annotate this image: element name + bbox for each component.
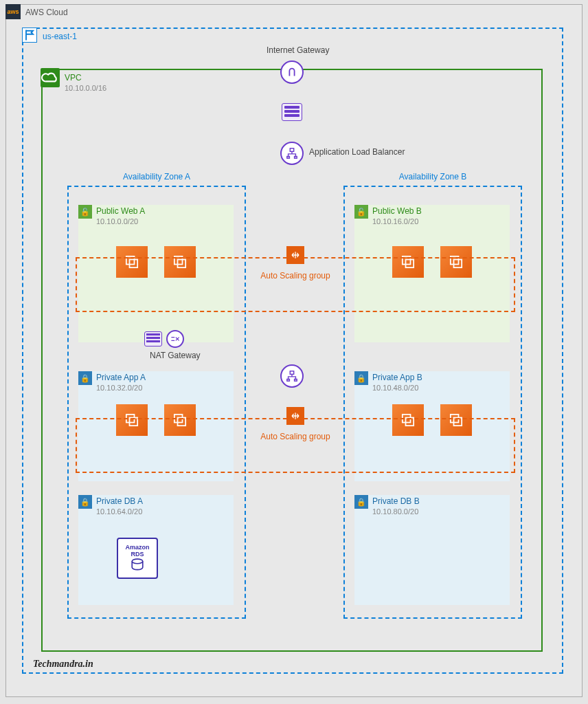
region-name: us-east-1 — [43, 32, 77, 41]
vpc-cidr: 10.10.0.0/16 — [65, 84, 106, 92]
auto-scaling-icon — [286, 407, 304, 425]
lock-icon: 🔒 — [78, 495, 92, 509]
subnet-title: Public Web B — [372, 206, 422, 216]
nat-gateway-label: NAT Gateway — [150, 351, 201, 360]
subnet-cidr: 10.10.32.0/20 — [96, 384, 142, 392]
subnet-private-db-b: 🔒 Private DB B 10.10.80.0/20 — [354, 495, 510, 605]
asg-label: Auto Scaling group — [258, 271, 332, 280]
svg-point-22 — [132, 559, 143, 564]
nat-gateway-icon — [166, 330, 184, 348]
subnet-cidr: 10.10.64.0/20 — [96, 507, 142, 516]
auto-scaling-group-app: Auto Scaling group — [76, 418, 515, 473]
region-flag-icon — [22, 28, 37, 43]
vpc-title: VPC — [65, 73, 82, 82]
subnet-cidr: 10.10.48.0/20 — [372, 384, 418, 392]
alb-label: Application Load Balancer — [309, 147, 405, 157]
subnet-title: Public Web A — [96, 206, 145, 216]
subnet-cidr: 10.10.0.0/20 — [96, 217, 138, 226]
auto-scaling-group-web: Auto Scaling group — [76, 257, 515, 312]
subnet-cidr: 10.10.80.0/20 — [372, 507, 418, 516]
svg-rect-20 — [287, 380, 290, 382]
asg-label: Auto Scaling group — [258, 432, 332, 441]
amazon-rds-icon: AmazonRDS — [117, 538, 158, 579]
lock-icon: 🔒 — [78, 371, 92, 385]
elastic-ip-icon — [144, 331, 162, 346]
internal-load-balancer-icon — [280, 364, 304, 388]
security-group-icon — [282, 103, 302, 121]
svg-rect-19 — [290, 371, 293, 375]
subnet-title: Private DB B — [372, 496, 420, 506]
svg-rect-0 — [290, 148, 293, 152]
lock-icon: 🔒 — [354, 371, 368, 385]
az-a-title: Availability Zone A — [69, 172, 245, 182]
aws-logo-icon: aws — [5, 4, 21, 19]
svg-rect-2 — [295, 157, 297, 159]
svg-rect-1 — [287, 157, 290, 159]
subnet-title: Private App A — [96, 373, 146, 382]
auto-scaling-icon — [286, 246, 304, 264]
internet-gateway-icon — [280, 60, 304, 84]
lock-icon: 🔓 — [354, 205, 368, 219]
subnet-cidr: 10.10.16.0/20 — [372, 217, 418, 226]
aws-cloud-title: AWS Cloud — [25, 8, 68, 17]
az-b-title: Availability Zone B — [345, 172, 521, 182]
lock-icon: 🔒 — [354, 495, 368, 509]
watermark-text: Techmandra.in — [33, 659, 93, 670]
svg-rect-21 — [295, 380, 297, 382]
diagram-canvas: aws AWS Cloud us-east-1 VPC 10.10.0.0/16… — [0, 0, 588, 704]
subnet-title: Private App B — [372, 373, 422, 382]
internet-gateway-label: Internet Gateway — [267, 45, 329, 55]
application-load-balancer-icon — [280, 142, 304, 165]
subnet-title: Private DB A — [96, 496, 143, 506]
vpc-cloud-icon — [41, 68, 60, 87]
lock-icon: 🔓 — [78, 205, 92, 219]
nat-gateway-group — [144, 330, 184, 348]
